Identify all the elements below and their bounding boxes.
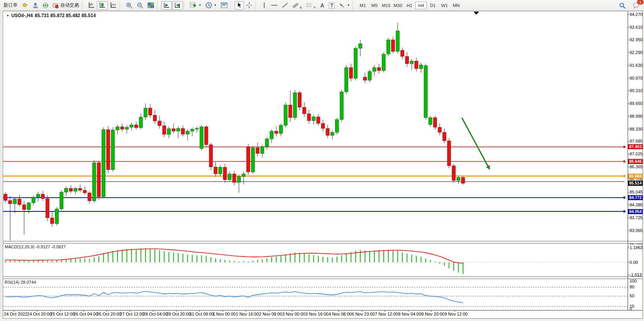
time-tick-label: 31 Oct 08:00 [190, 312, 214, 316]
time-tick-label: 8 Nov 04:00 [398, 312, 421, 316]
annotations[interactable] [462, 118, 490, 170]
rsi-indicator-label: RSI(14) 28.0744 [5, 280, 36, 284]
fibonacci-letter: F [314, 6, 316, 9]
horizontal-level-lines[interactable] [3, 146, 625, 212]
zoom-in-icon [126, 2, 133, 9]
time-tick-label: 4 Nov 08:00 [328, 312, 351, 316]
main-toolbar: 新订单 自动交易 ▼ ▼ [0, 0, 644, 11]
time-tick-label: 1 Nov 16:00 [236, 312, 259, 316]
time-tick-label: 24 Oct 2022 [4, 312, 27, 316]
time-tick-label: 25 Oct 12:00 [50, 312, 75, 316]
timeframe-h4[interactable]: H4 [415, 2, 427, 9]
toolbar-separator [353, 1, 356, 10]
pane-separator-macd[interactable] [3, 241, 642, 244]
notifications-button[interactable]: 1 [631, 1, 642, 10]
price-tick-label: 87.025 [630, 152, 642, 156]
text-label-button[interactable]: T [327, 1, 337, 10]
pane-separator-rsi[interactable] [3, 276, 642, 279]
arrows-button[interactable]: ▼ [337, 1, 352, 10]
timeframe-m15[interactable]: M15 [380, 2, 392, 9]
chart-window[interactable]: 94.27093.61092.95092.29091.63090.97090.3… [3, 11, 643, 319]
time-tick-label: 28 Oct 20:00 [166, 312, 191, 316]
chart-canvas[interactable]: 94.27093.61092.95092.29091.63090.97090.3… [3, 11, 642, 318]
channel-button[interactable]: E [290, 1, 304, 10]
broadcast-icon [42, 2, 49, 9]
price-tick-label: 94.270 [630, 12, 642, 17]
toolbar-separator [230, 1, 234, 10]
price-tick-label: 83.725 [630, 215, 642, 220]
toolbar-separator [184, 1, 187, 10]
trend-arrow[interactable] [462, 118, 488, 167]
toolbar-separator [82, 1, 85, 10]
time-tick-label: 26 Oct 20:00 [97, 312, 121, 316]
timeframe-h1[interactable]: H1 [404, 2, 415, 9]
hline-end-marker[interactable] [623, 197, 625, 199]
timeframe-mn[interactable]: MN [450, 2, 462, 9]
cursor-button[interactable] [235, 1, 244, 10]
autotrade-icon [53, 2, 59, 9]
price-tick-label: 89.650 [630, 101, 642, 106]
price-tick-label: 90.310 [630, 88, 642, 93]
macd-indicator-label: MACD(12,26,9) -0.9127 -0.0827 [5, 244, 66, 249]
indicators-button[interactable]: ▼ [188, 1, 204, 10]
time-axis-labels[interactable]: 24 Oct 202224 Oct 20:0025 Oct 12:0026 Oc… [4, 310, 468, 316]
hline-end-marker[interactable] [623, 211, 625, 213]
timeframe-d1[interactable]: D1 [427, 2, 439, 9]
price-tick-label: 90.970 [630, 76, 642, 80]
trendline-button[interactable] [280, 1, 290, 10]
trader-button[interactable] [30, 1, 40, 10]
time-tick-label: 6 Nov 23:00 [352, 312, 375, 316]
vline-icon [261, 2, 267, 9]
collapse-triangle-icon[interactable]: ▼ [6, 14, 9, 17]
template-icon [221, 2, 228, 9]
text-button[interactable]: A [318, 1, 327, 10]
auto-trading-label: 自动交易 [60, 2, 79, 9]
timeframe-m5[interactable]: M5 [369, 2, 380, 9]
level-price-tag: 86.646 [628, 159, 643, 164]
rsi-axis-label: 80 [630, 284, 634, 289]
bar-chart-button[interactable] [86, 1, 97, 10]
timeframe-w1[interactable]: W1 [439, 2, 450, 9]
trendline-icon [282, 2, 288, 9]
vertical-line-button[interactable] [260, 1, 269, 10]
hline-end-marker[interactable] [623, 146, 625, 148]
timeframe-m1[interactable]: M1 [357, 2, 369, 9]
level-price-tag: 87.403 [628, 144, 643, 149]
price-tick-label: 93.610 [630, 25, 642, 30]
horizontal-line-button[interactable] [269, 1, 280, 10]
hline-end-marker[interactable] [623, 175, 625, 177]
tile-windows-button[interactable] [146, 1, 156, 10]
chart-title: ▼ USOil-,H4 85.731 85.872 85.482 85.514 [6, 13, 96, 18]
indicators-add-icon [190, 2, 197, 9]
fibonacci-button[interactable]: F [304, 1, 318, 10]
zoom-out-button[interactable] [135, 1, 146, 10]
hline-end-marker[interactable] [623, 160, 625, 162]
periods-button[interactable]: ▼ [204, 1, 219, 10]
chevron-down-icon: ▼ [347, 3, 350, 7]
candle-chart-button[interactable] [97, 1, 108, 10]
timeframe-m30[interactable]: M30 [392, 2, 404, 9]
zoom-out-icon [137, 2, 144, 9]
new-order-button[interactable]: 新订单 [2, 1, 19, 10]
chart-shift-marker[interactable] [474, 12, 479, 15]
line-chart-icon [110, 2, 117, 9]
window-bottom-gutter [0, 318, 644, 321]
arrows-icon [339, 2, 345, 9]
macd-plot: 1.19630.00-1.0131 [3, 245, 642, 277]
chart-shift-button[interactable] [172, 1, 183, 10]
auto-trading-button[interactable]: 自动交易 [51, 1, 81, 10]
line-chart-button[interactable] [108, 1, 119, 10]
bid-price-tag: 85.514 [628, 181, 643, 186]
toolbar-separator [157, 1, 160, 10]
toolbar-separator [255, 1, 259, 10]
template-button[interactable] [219, 1, 230, 10]
auto-scroll-button[interactable] [161, 1, 172, 10]
gold-button[interactable] [19, 1, 30, 10]
broadcast-button[interactable] [40, 1, 51, 10]
zoom-in-button[interactable] [124, 1, 135, 10]
trader-icon [32, 2, 39, 9]
text-label-icon: T [329, 2, 335, 9]
crosshair-button[interactable] [244, 1, 254, 10]
search-button[interactable] [617, 1, 628, 10]
search-icon [619, 2, 626, 9]
